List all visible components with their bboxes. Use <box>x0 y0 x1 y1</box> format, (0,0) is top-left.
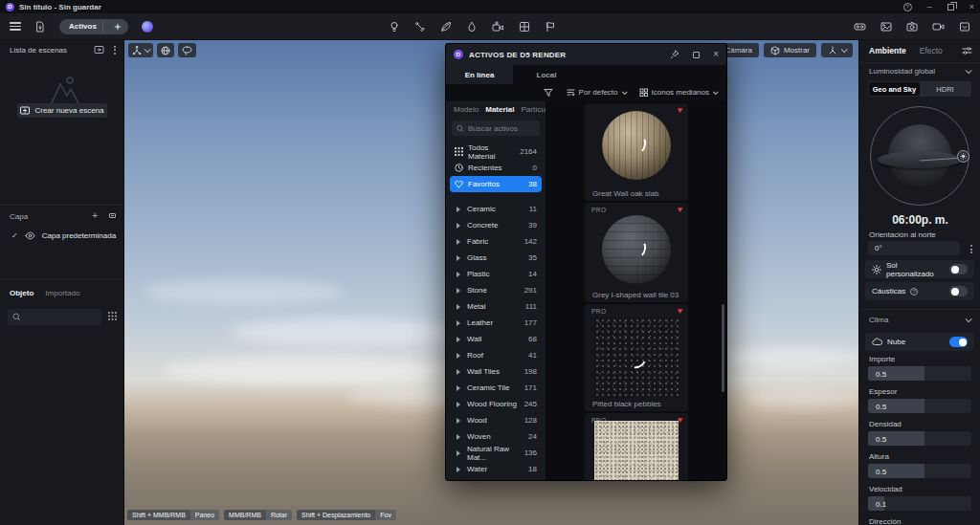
path-flag-icon[interactable] <box>545 21 556 33</box>
tab-modelo[interactable]: Modelo <box>454 105 479 114</box>
render-image-icon[interactable] <box>519 21 530 33</box>
tab-material[interactable]: Material <box>485 105 514 114</box>
layer-row[interactable]: ✓ Capa predeterminada <box>11 231 116 240</box>
chevron-down-icon[interactable] <box>966 67 972 74</box>
export-image-icon[interactable] <box>880 21 892 33</box>
category-row-wood-flooring[interactable]: Wood Flooring245 <box>450 396 542 412</box>
assets-button[interactable]: Activos <box>59 19 128 34</box>
sort-dropdown[interactable]: Por defecto <box>567 88 626 97</box>
vr-icon[interactable] <box>854 21 866 33</box>
close-icon[interactable]: × <box>713 50 719 59</box>
category-row-ceramic-tile[interactable]: Ceramic Tile171 <box>450 380 542 396</box>
visibility-eye-icon[interactable] <box>25 231 35 240</box>
collection-favoritos[interactable]: Favoritos 38 <box>450 176 542 192</box>
pin-icon[interactable] <box>670 50 679 59</box>
luminosity-section-title[interactable]: Luminosidad global <box>869 67 935 76</box>
favorite-heart-icon[interactable]: ♥ <box>678 105 682 115</box>
render-queue-icon[interactable] <box>959 21 970 33</box>
menu-icon[interactable] <box>10 22 21 31</box>
assets-modal-header[interactable]: D ACTIVOS DE D5 RENDER × <box>446 44 726 65</box>
photo-camera-icon[interactable] <box>906 21 918 33</box>
add-camera-icon[interactable] <box>492 21 504 33</box>
category-row-water[interactable]: Water18 <box>450 461 542 477</box>
favorite-heart-icon[interactable]: ♥ <box>678 205 682 214</box>
collapse-layers-icon[interactable] <box>109 213 116 218</box>
category-row-wood[interactable]: Wood128 <box>450 412 542 428</box>
filter-funnel-icon[interactable] <box>544 88 553 98</box>
category-row-stone[interactable]: Stone291 <box>450 282 542 298</box>
flame-tool-icon[interactable] <box>466 21 478 33</box>
assets-search-input[interactable] <box>452 120 540 136</box>
light-tool-icon[interactable] <box>389 21 400 33</box>
category-row-wall[interactable]: Wall68 <box>450 331 542 347</box>
scene-display-icon[interactable] <box>94 45 104 55</box>
sun-position-widget[interactable] <box>859 106 980 208</box>
ai-sparkle-icon[interactable] <box>109 20 126 33</box>
category-row-concrete[interactable]: Concrete39 <box>450 217 542 233</box>
slider-importe[interactable]: 0.5 <box>868 366 971 381</box>
slider-densidad[interactable]: 0.5 <box>868 431 971 446</box>
slider-espesor[interactable]: 0.5 <box>868 399 971 413</box>
import-file-icon[interactable] <box>34 21 46 33</box>
category-row-wall-tiles[interactable]: Wall Tiles198 <box>450 363 542 380</box>
custom-sun-toggle[interactable] <box>949 264 968 274</box>
material-card[interactable]: PRO ♥ <box>585 413 688 480</box>
restore-icon[interactable] <box>947 4 954 11</box>
favorite-heart-icon[interactable]: ♥ <box>678 306 682 316</box>
clima-section-title[interactable]: Clima <box>869 316 888 324</box>
slider-velocidad[interactable]: 0.1 <box>868 496 971 511</box>
show-button[interactable]: Mostrar <box>764 43 816 57</box>
tab-efecto[interactable]: Efecto <box>920 46 943 55</box>
object-search-input[interactable] <box>8 309 101 325</box>
tab-en-linea[interactable]: En línea <box>446 65 513 84</box>
category-row-ceramic[interactable]: Ceramic11 <box>450 201 542 217</box>
maximize-icon[interactable] <box>693 52 700 58</box>
segment-geo-and-sky[interactable]: Geo and Sky <box>869 82 920 96</box>
material-card[interactable]: PRO ♥ Pitted black pebbles <box>585 304 688 411</box>
collection-all-materials[interactable]: Todos Material 2164 <box>450 143 542 160</box>
material-card[interactable]: ♥ Great Wall oak slab <box>585 103 688 201</box>
segment-hdri[interactable]: HDRI <box>920 82 970 96</box>
scrollbar[interactable] <box>722 304 724 392</box>
category-row-natural-raw[interactable]: Natural Raw Mat...136 <box>450 445 542 461</box>
category-row-leather[interactable]: Leather177 <box>450 315 542 331</box>
category-row-fabric[interactable]: Fabric142 <box>450 233 542 250</box>
sun-handle[interactable] <box>957 150 969 163</box>
material-card[interactable]: PRO ♥ Grey I-shaped wall tile 03 <box>585 203 688 302</box>
collection-recientes[interactable]: Recientes 0 <box>450 160 542 176</box>
slider-altura[interactable]: 0.5 <box>868 464 971 478</box>
create-scene-button[interactable]: Crear nueva escena <box>17 103 107 118</box>
help-icon[interactable]: ? <box>903 3 912 11</box>
time-display[interactable]: 06:00p. m. <box>859 213 980 227</box>
close-icon[interactable]: × <box>969 2 974 11</box>
help-icon[interactable]: ? <box>910 288 918 295</box>
cloud-toggle[interactable] <box>949 337 968 347</box>
account-avatar[interactable] <box>142 21 153 33</box>
category-row-plastic[interactable]: Plastic14 <box>450 266 542 282</box>
lasso-select-button[interactable] <box>178 43 196 57</box>
view-size-dropdown[interactable]: Iconos medianos <box>639 88 717 97</box>
vegetation-leaf-icon[interactable] <box>440 21 452 33</box>
caustics-toggle[interactable] <box>949 286 968 296</box>
tab-objeto[interactable]: Objeto <box>10 289 33 297</box>
category-row-glass[interactable]: Glass35 <box>450 250 542 266</box>
category-row-woven[interactable]: Woven24 <box>450 428 542 445</box>
minimize-icon[interactable]: – <box>927 2 932 11</box>
scenes-menu-icon[interactable] <box>114 46 116 55</box>
tab-importado[interactable]: Importado <box>45 289 79 297</box>
add-layer-icon[interactable]: + <box>92 210 98 221</box>
gizmo-dropdown-button[interactable] <box>821 43 853 57</box>
tab-local[interactable]: Local <box>513 65 580 84</box>
gizmo-mode-button[interactable] <box>128 43 153 57</box>
cable-tool-icon[interactable] <box>414 21 426 33</box>
category-row-metal[interactable]: Metal111 <box>450 298 542 315</box>
world-space-button[interactable] <box>157 43 174 57</box>
video-camera-icon[interactable] <box>932 21 945 33</box>
chevron-down-icon[interactable] <box>966 316 972 322</box>
category-row-roof[interactable]: Roof41 <box>450 347 542 363</box>
tune-settings-icon[interactable] <box>962 46 972 55</box>
tab-particulas[interactable]: Partículas <box>521 105 546 114</box>
grid-view-icon[interactable] <box>107 311 118 321</box>
orientation-input[interactable]: 0° <box>868 241 960 255</box>
orientation-menu-icon[interactable] <box>970 245 972 253</box>
